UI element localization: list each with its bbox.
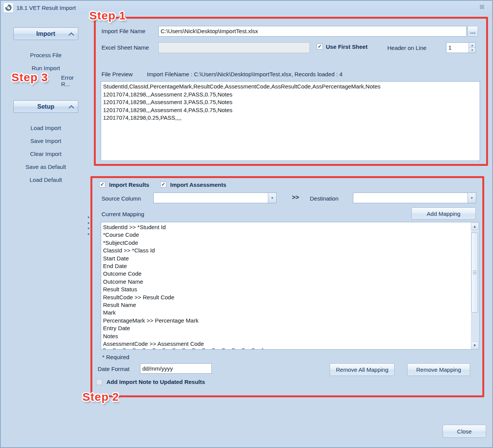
import-file-name-label: Import File Name [102,28,145,34]
remove-all-mapping-button[interactable]: Remove All Mapping [330,363,395,376]
step1-annotation: Step 1 [89,9,126,22]
mapping-row[interactable]: AssessmentCode >> Assessment Code [101,340,479,348]
add-import-note-checkbox[interactable] [96,379,102,385]
browse-button[interactable]: … [467,26,478,37]
check-icon: ✓ [161,182,166,187]
mapping-row[interactable]: Start Date [101,255,479,262]
mapping-scrollbar[interactable]: ▲ ▼ [471,223,478,349]
mapping-row[interactable]: Outcome Code [101,270,479,278]
splitter-handle[interactable] [88,217,90,235]
use-first-sheet-label: Use First Sheet [326,43,367,50]
import-results-checkbox[interactable]: ✓ [99,181,105,188]
check-icon: ✓ [100,182,105,187]
header-on-line-value[interactable]: 1 [446,43,469,53]
sidebar-item[interactable]: Load Import [13,121,78,134]
spin-up-icon[interactable]: ▲ [469,43,475,48]
sidebar-item[interactable]: Process File [13,48,78,61]
mapping-row[interactable]: *SubjectCode [101,239,479,247]
source-column-combo[interactable]: ▼ [153,193,277,203]
date-format-label: Date Format [98,366,129,372]
use-first-sheet-checkbox[interactable]: ✓ [317,43,323,50]
sidebar-item[interactable]: Load Default [13,173,78,186]
add-import-note-label: Add Import Note to Updated Results [106,379,205,385]
date-format-input[interactable]: dd/mm/yyyy [140,363,212,374]
step3-annotation: Step 3 [11,71,48,84]
dropdown-icon[interactable]: ▼ [467,193,476,203]
required-note-label: * Required [102,354,129,360]
title-bar: 18.1 VET Result Import ✕ [1,1,492,14]
header-on-line-label: Header on Line [387,45,427,51]
sidebar-group-import-header[interactable]: Import [13,27,78,40]
sidebar-item[interactable]: Save Import [13,134,78,147]
remove-mapping-button[interactable]: Remove Mapping [407,363,470,376]
scroll-down-icon[interactable]: ▼ [471,342,478,349]
mapping-row[interactable]: StudentId >> *Student Id [101,223,479,231]
excel-sheet-name-input [158,42,310,53]
file-preview-box[interactable]: StudentId,ClassId,PercentageMark,ResultC… [101,81,480,161]
preview-line: 12017074,18298,,,Assessment 3,PASS,0.75,… [101,98,480,106]
source-column-value[interactable] [154,193,268,203]
mapping-row[interactable]: End Date [101,262,479,270]
sidebar-group-setup: Setup Load ImportSave ImportClear Import… [13,100,78,186]
file-preview-status: Import FileName : C:\Users\Nick\Desktop\… [147,71,343,77]
mapping-row[interactable]: Notes [101,332,479,340]
sidebar-group-import-label: Import [36,31,55,37]
mapping-row[interactable]: ClassId >> *Class Id [101,247,479,254]
add-mapping-button[interactable]: Add Mapping [411,207,476,220]
mapping-row[interactable]: Result Name [101,301,479,309]
destination-label: Destination [310,195,338,202]
map-arrows-label: >> [292,194,299,201]
chevron-up-icon [69,32,74,38]
import-assessments-label: Import Assessments [170,181,226,188]
preview-line: StudentId,ClassId,PercentageMark,ResultC… [101,83,480,91]
close-button[interactable]: Close [443,425,486,438]
spin-down-icon[interactable]: ▼ [469,48,475,53]
import-results-label: Import Results [109,181,149,188]
vet-result-import-window: 18.1 VET Result Import ✕ Import Process … [0,0,493,448]
mapping-row[interactable]: *Course Code [101,231,479,239]
mapping-listbox[interactable]: StudentId >> *Student Id*Course Code*Sub… [101,222,479,350]
sidebar-item[interactable]: Clear Import [13,147,78,160]
sidebar-item[interactable]: Save as Default [13,160,78,173]
sidebar-group-setup-header[interactable]: Setup [13,100,78,113]
app-icon [4,3,13,12]
dropdown-icon[interactable]: ▼ [268,193,276,203]
destination-value[interactable] [353,193,467,203]
check-icon: ✓ [318,44,322,49]
preview-line: 12017074,18298,,,Assessment 4,PASS,0.75,… [101,106,480,114]
step2-annotation: Step 2 [82,390,119,403]
mapping-row[interactable]: Entry Date [101,324,479,332]
window-title: 18.1 VET Result Import [16,5,76,11]
chevron-up-icon [69,105,74,111]
import-file-name-input[interactable]: C:\Users\Nick\Desktop\ImportTest.xlsx [158,26,467,37]
preview-line: 12017074,18298,,,Assessment 2,PASS,0.75,… [101,91,480,99]
import-assessments-checkbox[interactable]: ✓ [160,181,166,188]
close-icon[interactable]: ✕ [480,3,485,11]
mapping-row[interactable]: PercentageMark >> Percentage Mark [101,317,479,324]
header-on-line-spinner[interactable]: 1 ▲ ▼ [446,42,476,53]
mapping-row-clipped [103,348,263,350]
preview-line: 12017074,18298,0.25,PASS,,,, [101,114,480,122]
mapping-row[interactable]: ResultCode >> Result Code [101,294,479,301]
source-column-label: Source Column [102,195,141,202]
file-preview-label: File Preview [102,71,133,77]
current-mapping-label: Current Mapping [102,211,144,217]
mapping-row[interactable]: Result Status [101,286,479,293]
sidebar-group-setup-label: Setup [37,103,54,110]
destination-combo[interactable]: ▼ [353,193,476,203]
scroll-up-icon[interactable]: ▲ [471,223,478,230]
mapping-row[interactable]: Outcome Name [101,278,479,286]
excel-sheet-name-label: Excel Sheet Name [102,44,149,51]
scrollbar-thumb[interactable] [471,233,478,313]
mapping-row[interactable]: Mark [101,309,479,316]
